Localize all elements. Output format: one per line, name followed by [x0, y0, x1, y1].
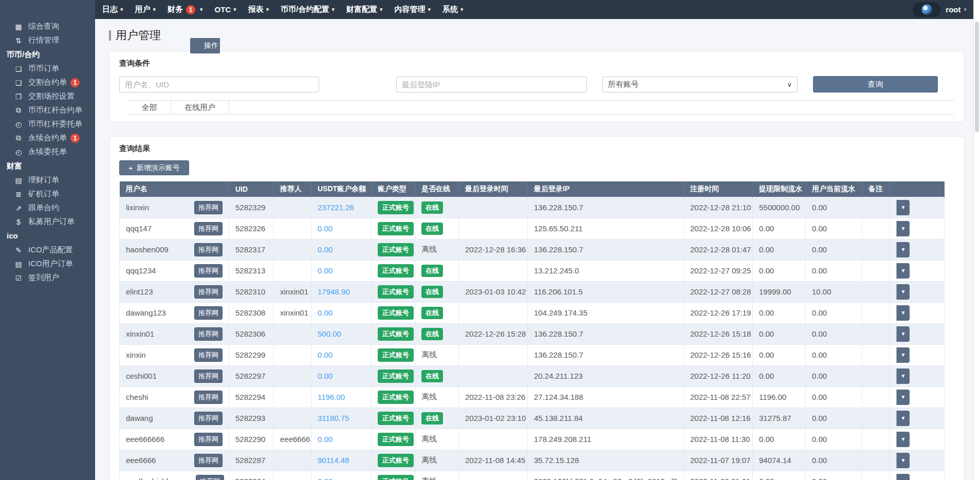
sidebar-item-0-0[interactable]: ▦综合查询	[0, 20, 95, 33]
cell-last-login-time: 2022-12-26 15:28	[459, 323, 528, 344]
action-dropdown-button[interactable]: ▼	[896, 432, 910, 447]
sidebar-item-3-1[interactable]: ▤ICO用户订单	[0, 257, 95, 271]
scrollbar-thumb[interactable]	[975, 22, 979, 132]
cell-account-type: 正式账号	[372, 471, 415, 480]
sidebar-item-1-5[interactable]: ⧉永续合约单1	[0, 131, 95, 145]
cell-remark	[862, 260, 890, 281]
referral-network-button[interactable]: 推荐网	[194, 222, 223, 235]
action-dropdown-button[interactable]: ▼	[896, 242, 910, 257]
sidebar-item-2-2[interactable]: ⇗跟单合约	[0, 201, 95, 215]
balance-link[interactable]: 0.00	[318, 350, 332, 359]
referral-network-button[interactable]: 推荐网	[194, 412, 223, 425]
sidebar-item-3-2[interactable]: ☑签到用户	[0, 271, 95, 285]
action-dropdown-button[interactable]: ▼	[896, 305, 910, 321]
referral-network-button[interactable]: 推荐网	[194, 454, 223, 467]
cell-last-login-ip: 136.228.150.7	[528, 344, 684, 365]
add-demo-account-button[interactable]: + 新增演示账号	[119, 160, 189, 175]
username-text: dawang	[126, 414, 153, 422]
balance-link[interactable]: 0.00	[318, 435, 332, 444]
action-dropdown-button[interactable]: ▼	[896, 347, 910, 363]
action-dropdown-button[interactable]: ▼	[896, 284, 910, 300]
sidebar-item-label: 理财订单	[28, 175, 59, 185]
action-dropdown-button[interactable]: ▼	[896, 326, 910, 342]
action-split-button: 操作▼	[896, 200, 938, 215]
balance-link[interactable]: 0.00	[318, 372, 332, 380]
referral-network-button[interactable]: 推荐网	[194, 391, 223, 404]
tab-all[interactable]: 全部	[128, 101, 171, 114]
balance-link[interactable]: 0.00	[318, 308, 332, 317]
sidebar-item-1-2[interactable]: ❐交割场控设置	[0, 89, 95, 103]
last-login-ip-input[interactable]	[396, 77, 587, 93]
referral-network-button[interactable]: 推荐网	[194, 201, 223, 214]
action-dropdown-button[interactable]: ▼	[896, 200, 910, 215]
cell-referrer	[274, 239, 311, 260]
tab-online-users[interactable]: 在线用户	[171, 101, 229, 114]
balance-link[interactable]: 0.00	[318, 245, 332, 254]
account-type-select[interactable]: 所有账号 ∨	[602, 77, 798, 93]
sidebar-item-3-0[interactable]: ✎ICO产品配置	[0, 243, 95, 257]
sidebar-item-1-1[interactable]: ❏交割合约单1	[0, 76, 95, 89]
action-dropdown-button[interactable]: ▼	[896, 221, 910, 236]
cell-uid: 5282306	[229, 323, 274, 344]
referral-network-button[interactable]: 推荐网	[194, 264, 223, 278]
cell-withdraw-flow: 19999.00	[753, 281, 806, 302]
referral-network-button[interactable]: 推荐网	[194, 285, 223, 299]
balance-link[interactable]: 17948.90	[318, 287, 350, 296]
cell-last-login-time	[459, 260, 528, 281]
action-dropdown-button[interactable]: ▼	[896, 411, 910, 426]
nav-item-6[interactable]: 财富配置▾	[346, 5, 383, 14]
referral-network-button[interactable]: 推荐网	[194, 348, 223, 362]
cell-account-type: 正式账号	[372, 386, 415, 408]
account-type-badge: 正式账号	[378, 370, 414, 383]
nav-item-7[interactable]: 内容管理▾	[395, 5, 431, 14]
nav-item-3[interactable]: OTC▾	[215, 5, 236, 14]
balance-link[interactable]: 237221.26	[318, 203, 354, 212]
action-dropdown-button[interactable]: ▼	[896, 474, 910, 480]
referral-network-button[interactable]: 推荐网	[194, 370, 223, 383]
sidebar-item-1-3[interactable]: ⧉币币杠杆合约单	[0, 103, 95, 117]
balance-link[interactable]: 0.00	[318, 477, 332, 480]
sidebar-item-1-6[interactable]: ◴永续委托单	[0, 145, 95, 159]
balance-link[interactable]: 90114.48	[318, 456, 349, 465]
referral-network-button[interactable]: 推荐网	[194, 243, 223, 256]
nav-item-label: 日志	[102, 5, 118, 14]
keyword-input[interactable]	[119, 77, 319, 93]
balance-link[interactable]: 0.00	[318, 224, 332, 233]
referral-network-button[interactable]: 推荐网	[194, 306, 223, 320]
sidebar-item-0-1[interactable]: ⇅行情管理	[0, 33, 95, 47]
nav-item-0[interactable]: 日志▾	[102, 5, 123, 14]
avatar-pill[interactable]	[913, 2, 940, 17]
balance-link[interactable]: 0.00	[318, 266, 332, 275]
action-dropdown-button[interactable]: ▼	[896, 368, 910, 384]
sidebar-item-2-3[interactable]: $私募用户订单	[0, 215, 95, 229]
sidebar-item-1-4[interactable]: ◴币币杠杆委托单	[0, 117, 95, 131]
nav-item-2[interactable]: 财务1▾	[168, 5, 203, 14]
nav-item-8[interactable]: 系统▾	[442, 5, 464, 14]
nav-item-1[interactable]: 用户▾	[135, 5, 156, 14]
sidebar-item-1-0[interactable]: ❏币币订单	[0, 62, 95, 76]
cell-username: dawang123推荐网	[120, 302, 229, 323]
nav-item-4[interactable]: 报表▾	[248, 5, 269, 14]
sidebar-item-2-1[interactable]: ≣矿机订单	[0, 187, 95, 201]
action-dropdown-button[interactable]: ▼	[896, 453, 910, 468]
user-menu[interactable]: root ▾	[946, 5, 967, 14]
cell-actions: 操作▼	[890, 302, 945, 323]
referral-network-button[interactable]: 推荐网	[194, 327, 223, 341]
cell-register-time: 2022-12-26 11:20	[684, 365, 753, 386]
table-row: xinxin推荐网52822990.00正式账号离线136.228.150.72…	[120, 344, 945, 365]
search-button[interactable]: 查询	[813, 76, 938, 93]
action-dropdown-button[interactable]: ▼	[896, 390, 910, 405]
sidebar-item-2-0[interactable]: ▤理财订单	[0, 173, 95, 187]
offline-text: 离线	[421, 455, 437, 464]
nav-item-5[interactable]: 币币/合约配置▾	[281, 5, 335, 14]
referral-network-button[interactable]: 推荐网	[194, 433, 223, 446]
cell-withdraw-flow: 0.00	[753, 365, 806, 386]
action-dropdown-button[interactable]: ▼	[896, 263, 910, 279]
balance-link[interactable]: 31180.75	[318, 414, 349, 422]
referral-network-button[interactable]: 推荐网	[196, 475, 224, 480]
cell-current-flow: 0.00	[806, 386, 862, 408]
cell-account-type: 正式账号	[372, 302, 415, 323]
balance-link[interactable]: 500.00	[318, 329, 341, 338]
scrollbar-track[interactable]	[973, 0, 980, 480]
balance-link[interactable]: 1196.00	[318, 393, 345, 401]
